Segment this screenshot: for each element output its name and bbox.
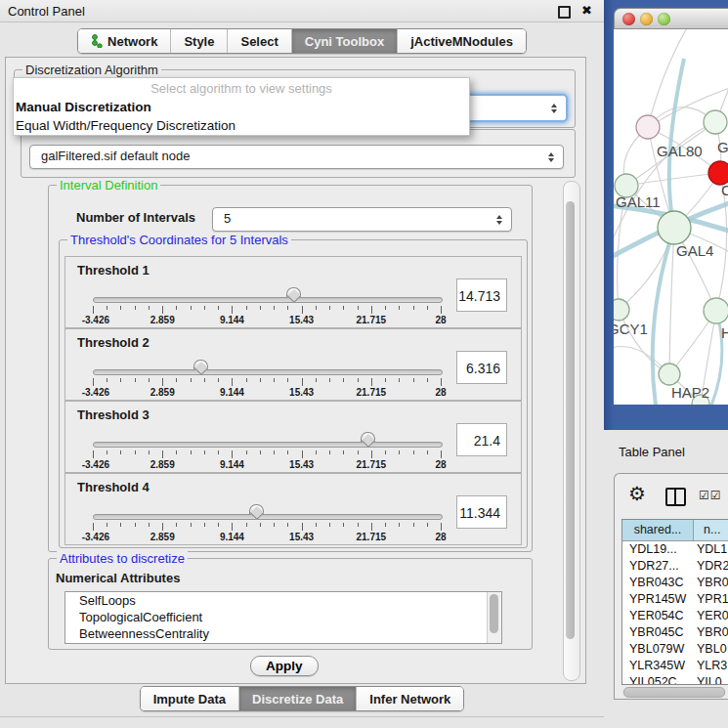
top-tab-bar: NetworkStyleSelectCyni ToolboxjActiveMNo… (0, 28, 604, 54)
interval-definition-legend: Interval Definition (57, 178, 160, 193)
dropdown-option[interactable]: Equal Width/Frequency Discretization (14, 116, 469, 135)
bottom-divider (0, 716, 604, 717)
network-node[interactable] (704, 298, 728, 323)
cell-name: YBR0 (693, 575, 728, 591)
table-panel-strip: Table Panel (604, 430, 728, 473)
tab-select[interactable]: Select (227, 29, 290, 53)
cyni-toolbox-panel: Discretization Algorithm Select algorith… (5, 57, 586, 684)
threshold-row: Threshold 3-3.4262.8599.14415.4321.71528… (64, 401, 522, 473)
zoom-traffic-light[interactable] (658, 13, 670, 25)
apply-button[interactable]: Apply (250, 656, 319, 676)
list-scrollbar[interactable] (487, 592, 501, 643)
slider-thumb[interactable] (249, 504, 264, 523)
table-row[interactable]: YDL19...YDL1 (622, 541, 728, 558)
slider-track[interactable] (93, 514, 443, 520)
threshold-label: Threshold 3 (77, 407, 150, 422)
tab-discretize-data[interactable]: Discretize Data (238, 687, 356, 710)
slider-thumb[interactable] (193, 360, 208, 378)
numerical-attributes-list[interactable]: SelfLoopsTopologicalCoefficientBetweenne… (64, 591, 502, 644)
columns-icon[interactable] (665, 488, 686, 506)
panel-vertical-scrollbar[interactable] (563, 181, 580, 681)
attribute-list-item[interactable]: TopologicalCoefficient (65, 609, 501, 625)
attribute-list-item[interactable]: SelfLoops (65, 592, 501, 609)
slider-thumb[interactable] (286, 287, 301, 306)
bottom-tab-bar: Impute DataDiscretize DataInfer Network (0, 686, 604, 711)
float-window-icon[interactable] (558, 6, 571, 19)
table-data-combobox[interactable]: galFiltered.sif default node (29, 145, 564, 169)
network-edge[interactable] (626, 173, 720, 186)
threshold-value-field[interactable]: 6.316 (456, 351, 507, 384)
network-node[interactable] (614, 299, 629, 321)
cell-shared-name: YLR345W (622, 658, 693, 674)
network-window-titlebar (614, 8, 728, 29)
close-traffic-light[interactable] (622, 13, 635, 25)
network-edge[interactable] (619, 310, 669, 374)
attributes-legend: Attributes to discretize (57, 551, 188, 566)
slider-tick-labels: -3.4262.8599.14415.4321.71528 (93, 459, 442, 471)
thresholds-fieldset: Threshold's Coordinates for 5 Intervals … (59, 239, 528, 548)
network-node-label: GCY1 (614, 321, 648, 337)
select-columns-icon[interactable]: ☑☑ (699, 489, 722, 502)
combo-stepper-icon[interactable] (551, 104, 557, 113)
table-row[interactable]: YIL052CYIL0 (622, 674, 728, 685)
algorithm-dropdown-popup: Select algorithm to view settings Manual… (13, 77, 470, 136)
network-icon (91, 34, 103, 48)
table-row[interactable]: YBR045CYBR0 (622, 624, 728, 641)
network-node[interactable] (659, 364, 680, 385)
gear-icon[interactable]: ⚙ (628, 482, 646, 505)
network-node-label: HAP2 (671, 384, 709, 401)
table-row[interactable]: YBR043CYBR0 (622, 575, 728, 591)
tab-network[interactable]: Network (78, 29, 170, 53)
network-node-label: GAL11 (616, 193, 661, 210)
slider-track[interactable] (93, 442, 443, 448)
threshold-row: Threshold 1-3.4262.8599.14415.4321.71528… (64, 256, 522, 328)
tab-jactivemnodules[interactable]: jActiveMNodules (397, 29, 526, 53)
slider-tick-labels: -3.4262.8599.14415.4321.71528 (93, 315, 442, 326)
network-canvas[interactable]: GAL80GACGAL11GAL4GCY1HHAP2 (614, 29, 728, 405)
tab-cyni-toolbox[interactable]: Cyni Toolbox (291, 29, 397, 53)
network-node-label: GAL80 (657, 143, 703, 159)
minimize-traffic-light[interactable] (640, 13, 653, 25)
threshold-value-field[interactable]: 14.713 (456, 278, 507, 312)
column-header-shared-name[interactable]: shared... (622, 520, 694, 540)
dropdown-option[interactable]: Manual Discretization (14, 98, 469, 116)
threshold-value-field[interactable]: 21.4 (456, 423, 507, 456)
attribute-list-item[interactable]: BetweennessCentrality (65, 625, 501, 642)
cell-shared-name: YIL052C (622, 674, 693, 685)
list-scrollbar-thumb[interactable] (490, 594, 498, 633)
tab-label: Infer Network (369, 692, 450, 707)
network-edge-thick[interactable] (708, 311, 722, 405)
tab-infer-network[interactable]: Infer Network (356, 687, 463, 710)
network-edge[interactable] (669, 228, 674, 374)
table-row[interactable]: YPR145WYPR1 (622, 591, 728, 608)
close-panel-icon[interactable]: ✖ (581, 3, 592, 18)
slider-track[interactable] (93, 369, 443, 375)
table-row[interactable]: YBL079WYBL0 (622, 641, 728, 658)
column-header-name[interactable]: n... (694, 520, 728, 540)
bottom-right-filler (604, 700, 728, 728)
number-of-intervals-label: Number of Intervals (76, 210, 195, 225)
table-scrollbar-thumb[interactable] (623, 687, 725, 698)
panel-scrollbar-thumb[interactable] (566, 201, 575, 639)
network-edge[interactable] (648, 29, 692, 127)
tab-style[interactable]: Style (170, 29, 227, 53)
network-node[interactable] (636, 115, 660, 139)
number-of-intervals-spinner[interactable]: 5 (212, 207, 512, 232)
cell-name: YDL1 (693, 541, 728, 558)
table-row[interactable]: YDR27...YDR2 (622, 558, 728, 575)
discretization-algorithm-legend: Discretization Algorithm (22, 63, 161, 77)
table-row[interactable]: YLR345WYLR3 (622, 658, 728, 674)
combo-stepper-icon[interactable] (548, 152, 554, 162)
table-horizontal-scrollbar[interactable] (622, 687, 726, 697)
spinner-stepper-icon[interactable] (496, 215, 502, 225)
network-node[interactable] (658, 211, 691, 244)
network-node-label: H (721, 324, 728, 341)
threshold-value-field[interactable]: 11.344 (456, 495, 507, 529)
slider-ticks (93, 306, 442, 315)
slider-track[interactable] (93, 297, 443, 303)
network-node[interactable] (704, 110, 727, 134)
slider-thumb[interactable] (361, 432, 375, 450)
table-panel-window: ⚙ ☑☑ shared... n... YDL19...YDL1YDR27...… (614, 473, 728, 700)
tab-impute-data[interactable]: Impute Data (141, 687, 238, 710)
table-row[interactable]: YER054CYER0 (622, 608, 728, 624)
